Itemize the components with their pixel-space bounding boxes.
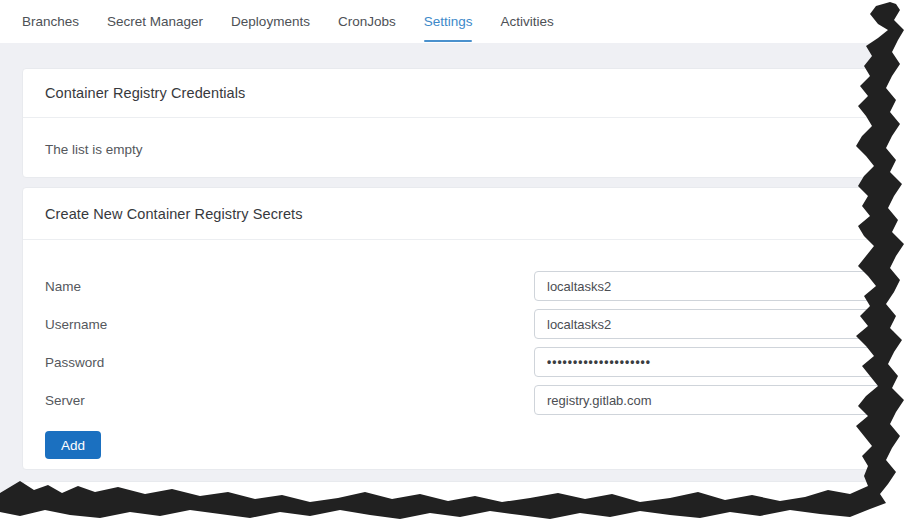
create-registry-secrets-card: Create New Container Registry Secrets Na… <box>22 187 912 470</box>
tab-branches[interactable]: Branches <box>22 0 79 43</box>
add-button[interactable]: Add <box>45 431 101 459</box>
form-row-password: Password <box>45 347 911 377</box>
username-label: Username <box>45 317 534 332</box>
password-input[interactable] <box>534 347 894 377</box>
next-card-partial <box>22 481 912 527</box>
tab-deployments[interactable]: Deployments <box>231 0 310 43</box>
settings-page: Container Registry Credentials The list … <box>0 43 912 527</box>
empty-list-message: The list is empty <box>23 118 911 181</box>
tab-bar: Branches Secret Manager Deployments Cron… <box>0 0 912 43</box>
container-registry-credentials-card: Container Registry Credentials The list … <box>22 68 912 178</box>
tab-settings[interactable]: Settings <box>424 0 473 43</box>
card-title: Container Registry Credentials <box>23 69 911 118</box>
password-label: Password <box>45 355 534 370</box>
tab-secret-manager[interactable]: Secret Manager <box>107 0 203 43</box>
username-input[interactable] <box>534 309 894 339</box>
form-row-name: Name <box>45 271 911 301</box>
name-label: Name <box>45 279 534 294</box>
form-row-server: Server <box>45 385 911 415</box>
tab-activities[interactable]: Activities <box>500 0 553 43</box>
server-label: Server <box>45 393 534 408</box>
form-row-username: Username <box>45 309 911 339</box>
name-input[interactable] <box>534 271 894 301</box>
server-input[interactable] <box>534 385 894 415</box>
registry-secret-form: Name Username Password Server Add <box>23 240 911 459</box>
tab-cronjobs[interactable]: CronJobs <box>338 0 396 43</box>
card-title: Create New Container Registry Secrets <box>23 188 911 240</box>
